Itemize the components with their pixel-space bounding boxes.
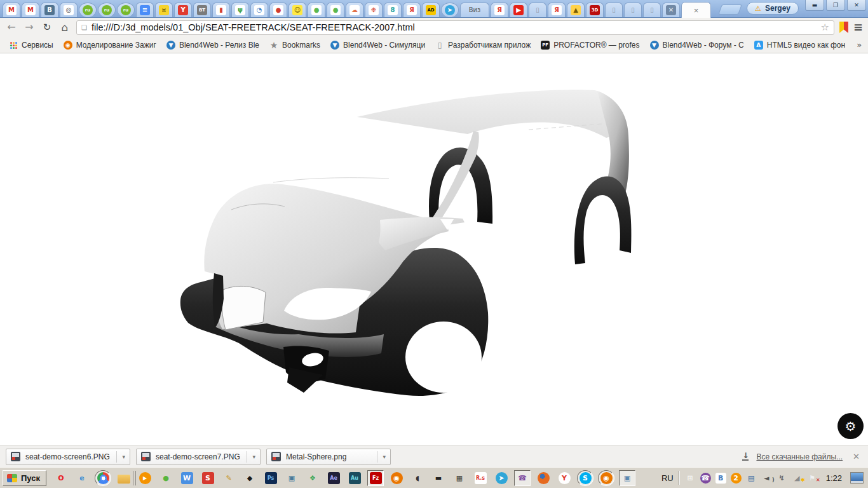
page-tab-2[interactable]: ▯ xyxy=(605,3,623,17)
filezilla-app[interactable]: Fz xyxy=(367,470,384,486)
yandex-images-tab[interactable]: ▲ xyxy=(567,3,585,17)
page-tab-4[interactable]: ▯ xyxy=(643,3,661,17)
blender-app-2[interactable]: ◉ xyxy=(598,470,614,486)
ad-tab[interactable]: AD xyxy=(422,3,440,17)
target-tab[interactable]: ◎ xyxy=(60,3,78,17)
download-caret-icon[interactable]: ▾ xyxy=(122,454,125,460)
visual-bookmarks-icon[interactable] xyxy=(839,22,848,33)
wallet-tab[interactable]: ¤ xyxy=(155,3,173,17)
smotri-ru-tab-2[interactable]: ru xyxy=(98,3,116,17)
taskbar-clock[interactable]: 1:22 xyxy=(826,473,842,483)
smotri-ru-tab-3[interactable]: ru xyxy=(117,3,135,17)
power-tray[interactable]: ↯ xyxy=(776,473,787,484)
download-seat-demo-screen6[interactable]: seat-demo-screen6.PNG ▾ xyxy=(6,449,130,465)
bookmark-developers[interactable]: ▯ Разработчикам прилож xyxy=(430,38,536,52)
eight-tab[interactable]: 8 xyxy=(384,3,402,17)
forward-button[interactable]: → xyxy=(23,21,36,34)
start-button[interactable]: Пуск xyxy=(3,470,46,486)
vk-tray[interactable]: B xyxy=(715,473,726,484)
home-button[interactable]: ⌂ xyxy=(58,21,71,34)
inkscape-app[interactable]: ◆ xyxy=(241,470,258,486)
profile-button[interactable]: ⚠ Sergey xyxy=(747,2,799,15)
brain-tab[interactable]: ☁ xyxy=(346,3,363,17)
windows-tray[interactable]: ⊞ xyxy=(685,473,696,484)
page-tab-3[interactable]: ▯ xyxy=(624,3,642,17)
new-tab-button[interactable] xyxy=(718,4,742,15)
rs-app[interactable]: R.s xyxy=(472,470,489,486)
yandex-tab-2[interactable]: Я xyxy=(491,3,508,17)
ladybug-tab[interactable]: ● xyxy=(269,3,287,17)
balloon-tab-2[interactable]: ● xyxy=(327,3,344,17)
pencil-app[interactable]: ✎ xyxy=(220,470,237,486)
tab-close-icon[interactable]: × xyxy=(694,6,699,15)
back-button[interactable]: ← xyxy=(5,21,18,34)
bookmark-profactor[interactable]: PF PROFACTOR® — profes xyxy=(536,38,644,52)
address-bar[interactable]: ❏ file:///D:/3d_models/01_Obj/SEAT-FREET… xyxy=(76,20,834,35)
restore-button[interactable]: ❐ xyxy=(826,0,845,11)
internet-explorer-app[interactable]: e xyxy=(74,470,90,486)
car-3d-render[interactable] xyxy=(0,53,868,445)
action-center-tray[interactable]: ⚑✕ xyxy=(807,473,818,484)
reload-button[interactable]: ↻ xyxy=(41,21,53,34)
seat-freetrack-3d-viewport[interactable]: ⚙ xyxy=(0,53,868,445)
bt-tab[interactable]: BT xyxy=(193,3,211,17)
telegram-app[interactable]: ➤ xyxy=(493,470,510,486)
vk-tab[interactable]: В xyxy=(41,3,58,17)
media-player-app[interactable]: ▶ xyxy=(137,470,153,486)
notifications-tray[interactable]: 2 xyxy=(731,473,742,484)
viewer-settings-fab[interactable]: ⚙ xyxy=(837,413,864,439)
extinguisher-tab[interactable]: ▮ xyxy=(212,3,230,17)
yandex-y-tab[interactable]: Y xyxy=(174,3,192,17)
telegram-tab[interactable]: ➤ xyxy=(441,3,459,17)
bookmark-b4w-release[interactable]: ▼ Blend4Web - Релиз Ble xyxy=(161,38,264,52)
show-all-downloads-link[interactable]: Все скачанные файлы... xyxy=(756,452,843,461)
bookmark-b4w-simulation[interactable]: ▼ Blend4Web - Симуляци xyxy=(325,38,430,52)
chrome-app[interactable] xyxy=(95,470,111,486)
viber-tray[interactable]: ☎ xyxy=(700,473,711,484)
yandex-browser-app[interactable]: Y xyxy=(556,470,573,486)
bookmark-bookmarks[interactable]: ★ Bookmarks xyxy=(264,38,325,52)
smiley-tab[interactable]: ☺ xyxy=(288,3,306,17)
downloads-bar-close-icon[interactable]: ✕ xyxy=(850,452,862,461)
yandex-tab-3[interactable]: Я xyxy=(548,3,566,17)
paint-tab[interactable]: ❉ xyxy=(365,3,383,17)
w-messenger-app[interactable]: W xyxy=(179,470,195,486)
viber-app[interactable]: ☎ xyxy=(514,470,531,486)
show-desktop-button[interactable] xyxy=(850,472,864,484)
close-button[interactable]: ✕ xyxy=(847,0,866,11)
firefox-app[interactable] xyxy=(535,470,552,486)
sprout-tab[interactable]: ψ xyxy=(231,3,249,17)
audition-app[interactable]: Au xyxy=(346,470,363,486)
gmail-tab-2[interactable]: M xyxy=(22,3,39,17)
bookmark-services[interactable]: Сервисы xyxy=(4,38,58,52)
balloon-tab[interactable]: ● xyxy=(308,3,325,17)
page-tab[interactable]: ▯ xyxy=(529,3,546,17)
3d-tab[interactable]: 3D xyxy=(586,3,604,17)
viz-text-tab[interactable]: Виз xyxy=(460,3,489,17)
display-tray[interactable]: ▤ xyxy=(746,473,757,484)
gmail-tab[interactable]: M xyxy=(3,3,20,17)
active-tab[interactable]: × xyxy=(681,2,711,18)
blender-app[interactable]: ◉ xyxy=(388,470,405,486)
download-caret-icon[interactable]: ▾ xyxy=(383,454,386,460)
browser-menu-icon[interactable]: ≡ xyxy=(853,22,863,33)
screenshot-app[interactable]: ▣ xyxy=(283,470,300,486)
s-app[interactable]: S xyxy=(200,470,216,486)
bookmarks-overflow-chevron[interactable]: » xyxy=(850,40,868,50)
smotri-ru-tab[interactable]: ru xyxy=(79,3,97,17)
bookmark-html5-video[interactable]: A HTML5 видео как фон xyxy=(749,38,850,52)
url-text[interactable]: file:///D:/3d_models/01_Obj/SEAT-FREETRA… xyxy=(92,22,816,32)
volume-tray[interactable]: ◄) xyxy=(761,473,772,484)
photoshop-app[interactable]: Ps xyxy=(262,470,279,486)
explorer-app[interactable] xyxy=(116,470,132,486)
image-viewer-app[interactable]: ▣ xyxy=(619,470,635,486)
yandex-tab[interactable]: Я xyxy=(403,3,421,17)
bookmark-star-icon[interactable]: ☆ xyxy=(820,22,829,33)
download-caret-icon[interactable]: ▾ xyxy=(252,454,255,460)
bookmark-b4w-forum[interactable]: ▼ Blend4Web - Форум - С xyxy=(645,38,749,52)
after-effects-app[interactable]: Ae xyxy=(325,470,342,486)
bookmark-blender-modeling[interactable]: ◉ Моделирование Зажиг xyxy=(58,38,161,52)
youtube-tab[interactable]: ▶ xyxy=(510,3,527,17)
download-metal-sphere[interactable]: Metal-Sphere.png ▾ xyxy=(266,449,391,465)
tv-monitor-app[interactable]: ▦ xyxy=(451,470,468,486)
